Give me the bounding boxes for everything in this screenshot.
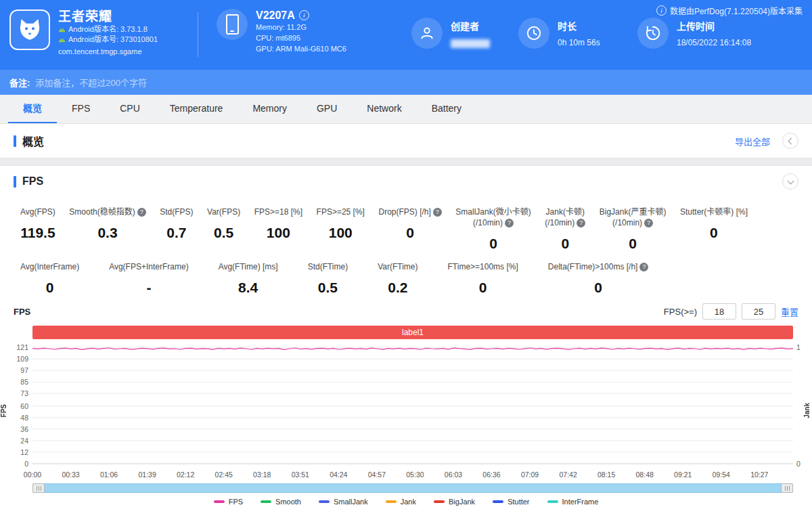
chart-label-text: label1 <box>402 328 424 337</box>
x-tick-05:30: 05:30 <box>406 471 424 479</box>
chart-plot-area[interactable]: 12110997857360483624120 10 <box>32 343 793 468</box>
legend-item-BigJank[interactable]: BigJank <box>434 498 475 506</box>
creator-name-redacted <box>451 39 490 48</box>
y2-tick-0: 0 <box>793 460 800 468</box>
stat-label: Avg(FPS) <box>20 206 55 217</box>
tab-Network[interactable]: Network <box>352 95 416 123</box>
legend-label: InterFrame <box>562 498 599 506</box>
y-tick-109: 109 <box>7 355 28 363</box>
device-info-icon[interactable]: i <box>299 10 309 20</box>
stat-label: Delta(FTime)>100ms [/h]? <box>548 261 649 272</box>
android-icon <box>58 27 66 32</box>
stat-Stutter(卡顿率) [%]: Stutter(卡顿率) [%]0 <box>680 206 748 252</box>
help-icon[interactable]: ? <box>644 219 653 227</box>
device-cpu: CPU: mt6895 <box>256 32 346 43</box>
x-tick-10:27: 10:27 <box>750 471 768 479</box>
stat-Drop(FPS) [/h]: Drop(FPS) [/h]?0 <box>378 206 441 252</box>
legend-item-FPS[interactable]: FPS <box>214 498 243 506</box>
legend-item-SmallJank[interactable]: SmallJank <box>319 498 368 506</box>
x-axis-labels: 00:0000:3301:0601:3902:1202:4503:1803:51… <box>32 470 793 481</box>
tab-Temperature[interactable]: Temperature <box>155 95 238 123</box>
fps-chart: FPS Jank 12110997857360483624120 10 00:0… <box>32 343 793 481</box>
stat-value: 119.5 <box>20 225 55 241</box>
export-all-link[interactable]: 导出全部 <box>735 135 770 148</box>
fps-threshold-high-input[interactable] <box>742 303 775 320</box>
legend-label: FPS <box>229 498 243 506</box>
creator-label: 创建者 <box>451 20 490 32</box>
x-tick-03:18: 03:18 <box>253 471 271 479</box>
collect-info: i 数据由PerfDog(7.1.220504)版本采集 <box>656 5 803 16</box>
clock-icon <box>518 18 549 49</box>
y-tick-24: 24 <box>7 437 28 445</box>
legend-item-InterFrame[interactable]: InterFrame <box>547 498 599 506</box>
collapse-fps-button[interactable] <box>782 173 798 190</box>
tab-Memory[interactable]: Memory <box>238 95 302 123</box>
y-tick-97: 97 <box>7 366 28 374</box>
help-icon[interactable]: ? <box>639 263 648 271</box>
stat-value: - <box>109 280 188 296</box>
y-tick-73: 73 <box>7 389 28 397</box>
legend-label: SmallJank <box>334 498 368 506</box>
x-tick-03:51: 03:51 <box>292 471 309 479</box>
tab-FPS[interactable]: FPS <box>57 95 105 123</box>
note-input[interactable]: 添加备注，不超过200个字符 <box>35 76 803 89</box>
stat-value: 0 <box>545 236 585 252</box>
scrollbar-handle-right[interactable] <box>781 483 793 493</box>
stat-BigJank(严重卡顿): BigJank(严重卡顿)(/10min)?0 <box>600 206 667 252</box>
duration-value: 0h 10m 56s <box>558 38 600 47</box>
y-tick-48: 48 <box>7 414 28 422</box>
android-version-name: Android版本名: 3.73.1.8 <box>58 24 158 35</box>
x-tick-02:12: 02:12 <box>177 471 194 479</box>
tab-CPU[interactable]: CPU <box>105 95 155 123</box>
stat-Avg(FPS): Avg(FPS)119.5 <box>20 206 55 252</box>
note-bar: 备注: 添加备注，不超过200个字符 <box>0 70 812 95</box>
x-tick-01:39: 01:39 <box>138 471 156 479</box>
y2-tick-1: 1 <box>793 343 800 351</box>
fps-threshold-low-input[interactable] <box>702 303 736 320</box>
help-icon[interactable]: ? <box>505 219 514 227</box>
stat-SmallJank(微小卡顿): SmallJank(微小卡顿)(/10min)?0 <box>455 206 531 252</box>
stat-FTime>=100ms [%]: FTime>=100ms [%]0 <box>448 261 518 296</box>
chart-controls: FPS FPS(>=) 重置 <box>0 303 812 320</box>
section-divider <box>0 158 812 166</box>
app-block: 王者荣耀 Android版本名: 3.73.1.8 <box>9 9 158 57</box>
y-tick-85: 85 <box>7 378 28 386</box>
scrollbar-handle-left[interactable] <box>32 483 45 493</box>
stat-value: 0 <box>20 280 79 296</box>
upload-time-label: 上传时间 <box>677 20 751 32</box>
stat-value: 100 <box>254 225 302 241</box>
legend-swatch <box>493 500 503 503</box>
tab-Battery[interactable]: Battery <box>417 95 476 123</box>
stat-label: Var(FPS) <box>207 206 240 217</box>
stat-value: 0.5 <box>308 280 348 296</box>
collapse-overview-button[interactable] <box>782 133 798 149</box>
reset-link[interactable]: 重置 <box>781 305 798 318</box>
section-accent-bar <box>14 135 16 147</box>
stat-label: Smooth(稳帧指数)? <box>69 206 145 217</box>
stat-value: 0.2 <box>378 280 418 296</box>
stat-value: 0 <box>600 236 667 252</box>
stat-label: BigJank(严重卡顿) <box>600 206 667 217</box>
legend-item-Jank[interactable]: Jank <box>386 498 416 506</box>
tab-概览[interactable]: 概览 <box>8 95 57 123</box>
help-icon[interactable]: ? <box>137 208 146 217</box>
stat-value: 0.3 <box>69 225 145 241</box>
legend-label: Smooth <box>275 498 301 506</box>
x-tick-00:00: 00:00 <box>24 471 41 479</box>
help-icon[interactable]: ? <box>433 208 442 217</box>
collect-info-text: 数据由PerfDog(7.1.220504)版本采集 <box>670 5 803 16</box>
fps-section-title: FPS <box>22 175 43 188</box>
legend-item-Smooth[interactable]: Smooth <box>261 498 301 506</box>
note-label: 备注: <box>9 76 30 89</box>
tab-GPU[interactable]: GPU <box>302 95 352 123</box>
chart-range-scrollbar[interactable] <box>32 483 793 493</box>
chart-label-banner: label1 <box>32 326 793 339</box>
device-memory: Memory: 11.2G <box>256 22 346 32</box>
legend-swatch <box>214 500 225 503</box>
x-tick-09:21: 09:21 <box>674 471 692 479</box>
help-icon[interactable]: ? <box>577 219 585 227</box>
fps-stats-row-2: Avg(InterFrame)0Avg(FPS+InterFrame)-Avg(… <box>0 261 812 296</box>
app-info: 王者荣耀 Android版本名: 3.73.1.8 <box>58 9 158 57</box>
legend-item-Stutter[interactable]: Stutter <box>493 498 529 506</box>
legend-label: Jank <box>401 498 416 506</box>
